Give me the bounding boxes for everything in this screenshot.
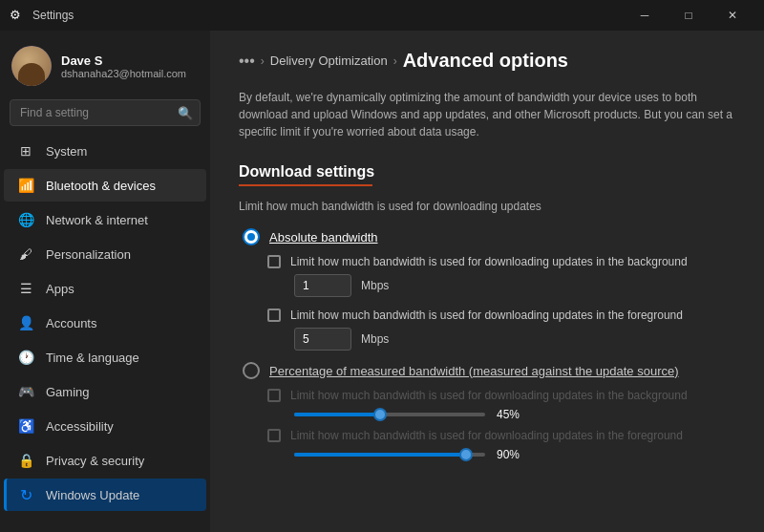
pct-fg-checkbox[interactable] (267, 429, 281, 442)
fg-mbps-input[interactable] (294, 328, 351, 351)
fg-mbps-row: Mbps (294, 328, 735, 351)
page-description: By default, we're dynamically optimizing… (239, 89, 735, 140)
search-input[interactable] (10, 99, 201, 126)
pct-bg-slider-fill (294, 413, 380, 416)
sidebar-item-accessibility[interactable]: ♿ Accessibility (4, 410, 206, 442)
bg-bandwidth-label: Limit how much bandwidth is used for dow… (290, 255, 688, 268)
fg-bandwidth-label: Limit how much bandwidth is used for dow… (290, 309, 683, 322)
pct-bg-slider-track[interactable] (294, 413, 485, 416)
absolute-bandwidth-label: Absolute bandwidth (269, 230, 377, 245)
sidebar-item-windows-update-label: Windows Update (46, 488, 139, 502)
search-icon: 🔍 (178, 106, 193, 120)
percentage-bandwidth-row[interactable]: Percentage of measured bandwidth (measur… (239, 362, 735, 379)
bg-mbps-row: Mbps (294, 274, 735, 297)
breadcrumb-current: Advanced options (403, 50, 568, 72)
pct-bg-value: 45% (497, 408, 520, 421)
breadcrumb-parent[interactable]: Delivery Optimization (270, 53, 388, 68)
sidebar-item-system[interactable]: ⊞ System (4, 135, 206, 167)
sidebar: Dave S dshanaha23@hotmail.com 🔍 ⊞ System… (0, 31, 210, 532)
bg-bandwidth-checkbox[interactable] (267, 255, 281, 268)
sidebar-item-accounts[interactable]: 👤 Accounts (4, 307, 206, 339)
privacy-icon: 🔒 (17, 452, 34, 469)
user-email: dshanaha23@hotmail.com (61, 68, 186, 79)
pct-fg-value: 90% (497, 448, 520, 461)
sidebar-item-network[interactable]: 🌐 Network & internet (4, 203, 206, 236)
breadcrumb-sep2: › (393, 54, 397, 68)
absolute-bandwidth-radio[interactable] (243, 228, 260, 245)
bluetooth-icon: 📶 (17, 177, 34, 194)
minimize-button[interactable]: ─ (623, 0, 667, 31)
sidebar-item-apps[interactable]: ☰ Apps (4, 272, 206, 305)
bg-mbps-input[interactable] (294, 274, 351, 297)
percentage-bandwidth-label: Percentage of measured bandwidth (measur… (269, 364, 679, 378)
sidebar-item-accessibility-label: Accessibility (46, 419, 114, 434)
sidebar-item-network-label: Network & internet (46, 213, 148, 227)
search-box[interactable]: 🔍 (10, 99, 201, 126)
sidebar-item-time[interactable]: 🕐 Time & language (4, 341, 206, 373)
sidebar-item-personalization[interactable]: 🖌 Personalization (4, 238, 206, 270)
breadcrumb-sep1: › (261, 54, 265, 68)
bg-bandwidth-check-row[interactable]: Limit how much bandwidth is used for dow… (239, 255, 735, 268)
system-icon: ⊞ (17, 142, 34, 160)
sidebar-item-accounts-label: Accounts (46, 316, 96, 330)
section-subtitle: Limit how much bandwidth is used for dow… (239, 200, 735, 213)
section-underline (239, 184, 372, 186)
fg-mbps-unit: Mbps (361, 332, 389, 346)
titlebar-title: Settings (32, 9, 74, 22)
user-name: Dave S (61, 53, 186, 68)
settings-icon: ⚙ (10, 8, 25, 23)
section-heading: Download settings (239, 163, 735, 181)
accounts-icon: 👤 (17, 314, 34, 331)
pct-fg-label: Limit how much bandwidth is used for dow… (290, 429, 683, 442)
pct-fg-slider-fill (294, 453, 466, 457)
pct-bg-slider-thumb[interactable] (373, 408, 387, 421)
breadcrumb: ••• › Delivery Optimization › Advanced o… (239, 50, 735, 72)
avatar (11, 46, 52, 86)
network-icon: 🌐 (17, 211, 34, 228)
sidebar-item-windows-update[interactable]: ↻ Windows Update (4, 479, 206, 511)
titlebar: ⚙ Settings ─ □ ✕ (0, 0, 764, 31)
radio-inner (247, 233, 255, 241)
bg-mbps-unit: Mbps (361, 279, 389, 292)
pct-fg-slider-row: 90% (294, 448, 735, 461)
pct-fg-check-row[interactable]: Limit how much bandwidth is used for dow… (239, 429, 735, 442)
personalization-icon: 🖌 (17, 245, 34, 263)
sidebar-item-apps-label: Apps (46, 282, 74, 296)
user-info: Dave S dshanaha23@hotmail.com (61, 53, 186, 79)
sidebar-item-time-label: Time & language (46, 351, 139, 365)
fg-bandwidth-checkbox[interactable] (267, 309, 281, 322)
maximize-button[interactable]: □ (667, 0, 711, 31)
time-icon: 🕐 (17, 349, 34, 366)
sidebar-item-bluetooth-label: Bluetooth & devices (46, 179, 156, 193)
accessibility-icon: ♿ (17, 417, 34, 435)
pct-bg-slider-row: 45% (294, 408, 735, 421)
window-controls: ─ □ ✕ (623, 0, 754, 31)
pct-bg-label: Limit how much bandwidth is used for dow… (290, 389, 688, 402)
pct-fg-slider-thumb[interactable] (459, 448, 473, 461)
content-area: ••• › Delivery Optimization › Advanced o… (210, 31, 764, 532)
sidebar-item-bluetooth[interactable]: 📶 Bluetooth & devices (4, 169, 206, 202)
absolute-bandwidth-row[interactable]: Absolute bandwidth (239, 228, 735, 245)
pct-bg-checkbox[interactable] (267, 389, 281, 402)
close-button[interactable]: ✕ (711, 0, 754, 31)
sidebar-item-personalization-label: Personalization (46, 247, 131, 262)
sidebar-item-system-label: System (46, 144, 87, 159)
fg-bandwidth-check-row[interactable]: Limit how much bandwidth is used for dow… (239, 309, 735, 322)
pct-bg-check-row[interactable]: Limit how much bandwidth is used for dow… (239, 389, 735, 402)
windows-update-icon: ↻ (17, 486, 34, 503)
sidebar-item-gaming-label: Gaming (46, 385, 90, 399)
sidebar-item-privacy[interactable]: 🔒 Privacy & security (4, 444, 206, 477)
breadcrumb-dots[interactable]: ••• (239, 53, 255, 70)
pct-fg-slider-track[interactable] (294, 453, 485, 457)
user-profile[interactable]: Dave S dshanaha23@hotmail.com (0, 38, 210, 99)
sidebar-item-privacy-label: Privacy & security (46, 454, 144, 468)
gaming-icon: 🎮 (17, 383, 34, 400)
sidebar-item-gaming[interactable]: 🎮 Gaming (4, 375, 206, 408)
apps-icon: ☰ (17, 280, 34, 297)
percentage-bandwidth-radio[interactable] (243, 362, 260, 379)
